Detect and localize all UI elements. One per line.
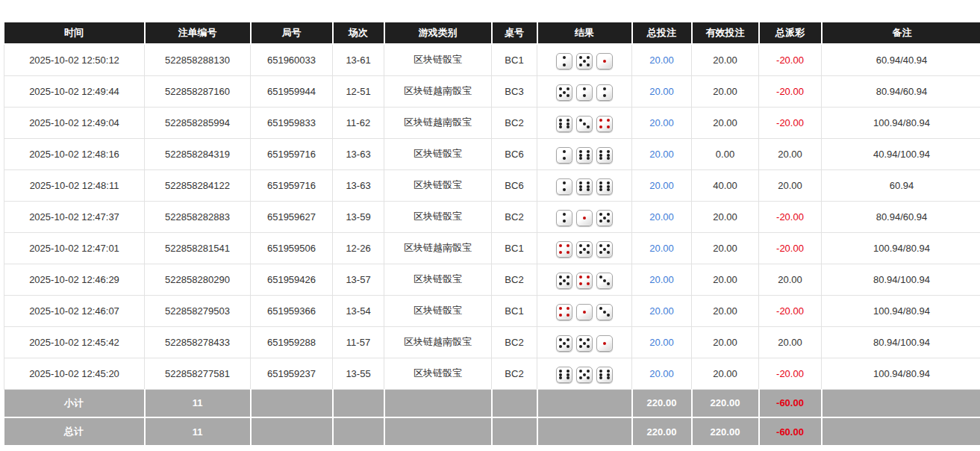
round-cell: 651959237 [251, 358, 333, 389]
total-bet-link[interactable]: 20.00 [632, 295, 692, 326]
valid-bet-cell: 20.00 [692, 326, 759, 358]
total-bet-link[interactable]: 20.00 [632, 201, 692, 232]
round-cell: 651959833 [251, 107, 333, 138]
session-cell: 13-55 [333, 358, 384, 389]
time-cell: 2025-10-02 12:48:16 [4, 138, 145, 169]
round-cell: 651959944 [251, 75, 333, 107]
remark-cell: 40.94/100.94 [822, 138, 980, 169]
total-bet-link[interactable]: 20.00 [632, 44, 692, 75]
time-cell: 2025-10-02 12:47:01 [4, 232, 145, 264]
column-header-1: 注单编号 [145, 22, 251, 44]
payout-cell: -20.00 [759, 75, 822, 107]
die-4-icon [556, 241, 572, 258]
summary-remark-cell [822, 417, 980, 446]
total-bet-link[interactable]: 20.00 [632, 358, 692, 389]
total-bet-link[interactable]: 20.00 [632, 107, 692, 138]
die-6-icon [596, 367, 613, 383]
remark-cell: 80.94/100.94 [822, 326, 980, 358]
die-5-icon [556, 84, 572, 101]
summary-count-cell: 11 [145, 417, 251, 446]
dice-result [556, 178, 613, 195]
summary-empty-cell [492, 389, 537, 417]
table-row: 2025-10-02 12:45:20522858277581651959237… [4, 358, 980, 389]
die-6-icon [596, 178, 613, 195]
round-cell: 651960033 [251, 44, 333, 75]
game-type-cell: 区块链骰宝 [384, 138, 492, 169]
die-5-icon [576, 53, 593, 69]
bet-records-panel: 时间注单编号局号场次游戏类别桌号结果总投注有效投注总派彩备注 2025-10-0… [0, 0, 980, 447]
total-bet-link[interactable]: 20.00 [632, 264, 692, 295]
session-cell: 11-62 [333, 107, 384, 138]
round-cell: 651959366 [251, 295, 333, 326]
table-body: 2025-10-02 12:50:12522858288130651960033… [4, 44, 980, 389]
valid-bet-cell: 0.00 [692, 138, 759, 169]
summary-label-cell: 总计 [4, 417, 145, 446]
total-bet-link[interactable]: 20.00 [632, 138, 692, 169]
time-cell: 2025-10-02 12:49:04 [4, 107, 145, 138]
session-cell: 11-57 [333, 326, 384, 358]
payout-cell: -20.00 [759, 107, 822, 138]
table-no-cell: BC2 [492, 107, 537, 138]
table-no-cell: BC2 [492, 201, 537, 232]
remark-cell: 80.94/100.94 [822, 264, 980, 295]
summary-empty-cell [333, 417, 384, 446]
time-cell: 2025-10-02 12:50:12 [4, 44, 145, 75]
game-type-cell: 区块链骰宝 [384, 295, 492, 326]
column-header-5: 桌号 [492, 22, 537, 44]
column-header-7: 总投注 [632, 22, 692, 44]
die-4-icon [556, 304, 572, 320]
total-bet-link[interactable]: 20.00 [632, 169, 692, 201]
bet-id-cell: 522858278433 [145, 326, 251, 358]
die-6-icon [596, 147, 613, 164]
summary-empty-cell [537, 389, 632, 417]
dice-result [556, 241, 613, 258]
summary-payout-cell: -60.00 [759, 389, 822, 417]
grandtotal-row: 总计11220.00220.00-60.00 [4, 417, 980, 446]
game-type-cell: 区块链骰宝 [384, 358, 492, 389]
column-header-9: 总派彩 [759, 22, 822, 44]
payout-cell: -20.00 [759, 358, 822, 389]
die-5-icon [556, 273, 572, 289]
payout-cell: 20.00 [759, 326, 822, 358]
time-cell: 2025-10-02 12:47:37 [4, 201, 145, 232]
dice-result [556, 147, 613, 164]
time-cell: 2025-10-02 12:46:29 [4, 264, 145, 295]
result-cell [537, 107, 632, 138]
result-cell [537, 138, 632, 169]
die-1-icon [596, 335, 613, 352]
table-summary: 小计11220.00220.00-60.00总计11220.00220.00-6… [4, 389, 980, 446]
payout-cell: -20.00 [759, 201, 822, 232]
bet-id-cell: 522858288130 [145, 44, 251, 75]
die-6-icon [576, 147, 593, 164]
total-bet-link[interactable]: 20.00 [632, 75, 692, 107]
column-header-0: 时间 [4, 22, 145, 44]
valid-bet-cell: 20.00 [692, 44, 759, 75]
session-cell: 13-59 [333, 201, 384, 232]
die-6-icon [556, 367, 572, 383]
valid-bet-cell: 20.00 [692, 107, 759, 138]
result-cell [537, 75, 632, 107]
die-2-icon [596, 84, 613, 101]
table-no-cell: BC1 [492, 44, 537, 75]
valid-bet-cell: 20.00 [692, 358, 759, 389]
total-bet-link[interactable]: 20.00 [632, 326, 692, 358]
bet-records-table: 时间注单编号局号场次游戏类别桌号结果总投注有效投注总派彩备注 2025-10-0… [4, 22, 980, 447]
table-row: 2025-10-02 12:49:44522858287160651959944… [4, 75, 980, 107]
bet-id-cell: 522858284319 [145, 138, 251, 169]
remark-cell: 100.94/80.94 [822, 107, 980, 138]
result-cell [537, 169, 632, 201]
die-5-icon [576, 241, 593, 258]
column-header-3: 场次 [333, 22, 384, 44]
round-cell: 651959716 [251, 138, 333, 169]
die-4-icon [596, 116, 613, 132]
round-cell: 651959288 [251, 326, 333, 358]
remark-cell: 80.94/60.94 [822, 75, 980, 107]
dice-result [556, 84, 613, 101]
valid-bet-cell: 20.00 [692, 232, 759, 264]
summary-empty-cell [384, 389, 492, 417]
table-no-cell: BC6 [492, 138, 537, 169]
header-row: 时间注单编号局号场次游戏类别桌号结果总投注有效投注总派彩备注 [4, 22, 980, 44]
game-type-cell: 区块链越南骰宝 [384, 75, 492, 107]
summary-empty-cell [384, 417, 492, 446]
total-bet-link[interactable]: 20.00 [632, 232, 692, 264]
